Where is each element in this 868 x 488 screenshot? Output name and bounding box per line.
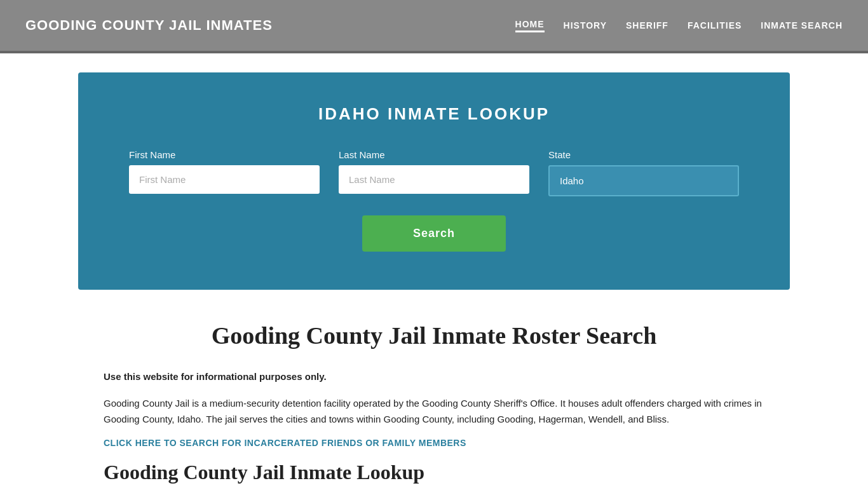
state-label: State: [548, 149, 739, 160]
first-name-group: First Name: [129, 149, 320, 196]
main-content: Gooding County Jail Inmate Roster Search…: [78, 309, 790, 488]
info-text-disclaimer: Use this website for informational purpo…: [104, 369, 764, 385]
lookup-title: IDAHO INMATE LOOKUP: [116, 104, 752, 124]
search-button[interactable]: Search: [362, 215, 506, 252]
first-name-label: First Name: [129, 149, 320, 160]
info-text-description: Gooding County Jail is a medium-security…: [104, 395, 764, 428]
nav-item-inmate-search[interactable]: INMATE SEARCH: [761, 20, 843, 30]
search-form-row: First Name Last Name State: [116, 149, 752, 196]
nav-item-facilities[interactable]: FACILITIES: [688, 20, 742, 30]
state-input[interactable]: [548, 165, 739, 196]
last-name-label: Last Name: [339, 149, 529, 160]
first-name-input[interactable]: [129, 165, 320, 194]
disclaimer-bold: Use this website for informational purpo…: [104, 371, 327, 382]
nav-item-sheriff[interactable]: SHERIFF: [626, 20, 668, 30]
section-heading: Gooding County Jail Inmate Lookup: [104, 461, 764, 484]
nav-item-home[interactable]: HOME: [515, 19, 545, 32]
main-nav: HOME HISTORY SHERIFF FACILITIES INMATE S…: [515, 19, 843, 32]
search-link[interactable]: CLICK HERE to Search for Incarcerated Fr…: [104, 438, 764, 448]
site-header: GOODING COUNTY JAIL INMATES HOME HISTORY…: [0, 0, 868, 51]
state-group: State: [548, 149, 739, 196]
page-heading: Gooding County Jail Inmate Roster Search: [104, 322, 764, 349]
header-divider: [0, 51, 868, 53]
last-name-input[interactable]: [339, 165, 529, 194]
last-name-group: Last Name: [339, 149, 529, 196]
search-button-row: Search: [116, 215, 752, 252]
inmate-lookup-section: IDAHO INMATE LOOKUP First Name Last Name…: [78, 72, 790, 290]
site-title: GOODING COUNTY JAIL INMATES: [25, 17, 273, 34]
nav-item-history[interactable]: HISTORY: [564, 20, 607, 30]
